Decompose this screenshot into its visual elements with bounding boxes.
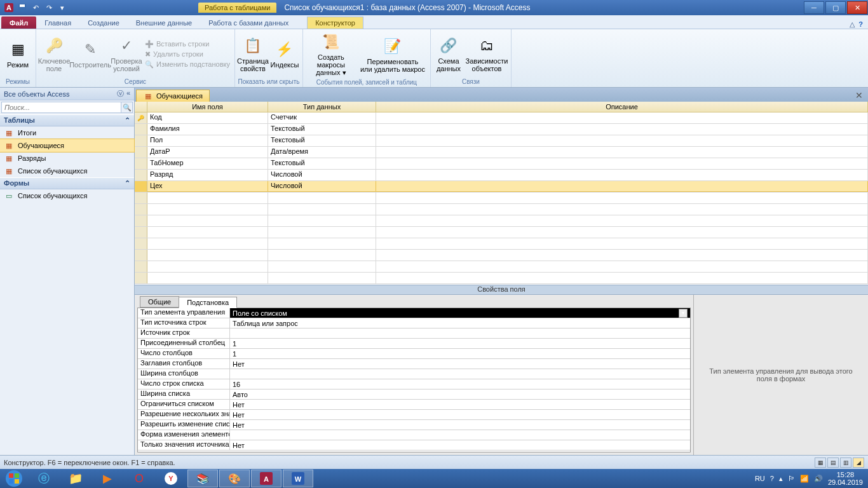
design-view-button[interactable]: ◢: [853, 458, 864, 468]
table-row[interactable]: [135, 215, 868, 227]
close-button[interactable]: ✕: [847, 1, 867, 14]
relationships-button[interactable]: 🔗 Схема данных: [433, 34, 464, 74]
tab-design[interactable]: Конструктор: [307, 17, 363, 29]
nav-item-form[interactable]: ▭Список обучающихся: [0, 189, 134, 202]
cell-field-name[interactable]: ТабНомер: [147, 158, 268, 169]
property-value[interactable]: 16: [230, 379, 690, 389]
table-row[interactable]: [135, 204, 868, 215]
row-selector[interactable]: [135, 170, 147, 180]
document-tab[interactable]: ▦ Обучающиеся: [136, 90, 210, 102]
action-center-icon[interactable]: 🏳: [788, 475, 795, 482]
tab-general[interactable]: Общие: [140, 296, 179, 308]
cell-field-name[interactable]: ДатаР: [147, 147, 268, 158]
object-dependencies-button[interactable]: 🗂 Зависимости объектов: [465, 34, 508, 74]
property-sheet-button[interactable]: 📋 Страница свойств: [238, 34, 268, 74]
cell-data-type[interactable]: Текстовый: [268, 135, 376, 146]
row-selector[interactable]: [135, 193, 147, 203]
rename-delete-macro-button[interactable]: 📝 Переименовать или удалить макрос: [358, 35, 428, 74]
row-selector[interactable]: [135, 227, 147, 238]
table-row[interactable]: [135, 227, 868, 238]
row-selector[interactable]: [135, 238, 147, 249]
pivot-table-view-button[interactable]: ▤: [827, 458, 839, 468]
volume-icon[interactable]: 🔊: [814, 475, 823, 483]
maximize-button[interactable]: ▢: [825, 1, 846, 14]
help-tray-icon[interactable]: ?: [770, 475, 774, 482]
taskbar-paint[interactable]: 🎨: [219, 470, 250, 487]
property-value[interactable]: [230, 329, 690, 338]
row-selector[interactable]: [135, 215, 147, 226]
property-row[interactable]: Тип источника строкТаблица или запрос: [138, 318, 690, 329]
row-selector[interactable]: 🔑: [135, 112, 147, 123]
table-row[interactable]: [135, 238, 868, 250]
search-input[interactable]: [1, 102, 121, 113]
nav-category-tables[interactable]: Таблицы⌃: [0, 114, 134, 126]
taskbar-opera[interactable]: O: [124, 470, 154, 487]
property-row[interactable]: Ширина спискаАвто: [138, 390, 690, 400]
nav-category-forms[interactable]: Формы⌃: [0, 177, 134, 189]
property-grid[interactable]: Тип элемента управленияПоле со списком▾Т…: [137, 308, 691, 452]
property-row[interactable]: Разрешить изменение списка значенийНет: [138, 420, 690, 430]
nav-item-table[interactable]: ▦Обучающиеся: [0, 139, 134, 152]
table-row[interactable]: [135, 261, 868, 273]
search-icon[interactable]: 🔍: [121, 102, 133, 113]
property-row[interactable]: Ширина столбцов: [138, 369, 690, 379]
minimize-button[interactable]: ─: [804, 1, 824, 14]
table-row[interactable]: [135, 273, 868, 284]
cell-description[interactable]: [376, 181, 868, 192]
property-value[interactable]: Нет: [230, 440, 690, 450]
property-row[interactable]: Форма изменения элементов списка: [138, 430, 690, 440]
taskbar-yandex[interactable]: Y: [156, 470, 186, 487]
property-value[interactable]: [230, 430, 690, 440]
table-design-grid[interactable]: Имя поля Тип данных Описание 🔑КодСчетчик…: [135, 102, 868, 285]
table-row[interactable]: ДатаРДата/время: [135, 147, 868, 158]
cell-field-name[interactable]: Пол: [147, 135, 268, 146]
help-icon[interactable]: ?: [858, 20, 863, 29]
cell-field-name[interactable]: Фамилия: [147, 124, 268, 135]
taskbar-word[interactable]: W: [283, 470, 313, 487]
cell-description[interactable]: [376, 112, 868, 123]
dropdown-icon[interactable]: ▾: [679, 309, 688, 318]
property-row[interactable]: Источник строк: [138, 329, 690, 339]
property-row[interactable]: Тип элемента управленияПоле со списком▾: [138, 308, 690, 318]
table-row[interactable]: [135, 250, 868, 261]
taskbar-winrar[interactable]: 📚: [187, 470, 218, 487]
property-value[interactable]: Нет: [230, 420, 690, 430]
table-row[interactable]: ПолТекстовый: [135, 135, 868, 147]
tab-database-tools[interactable]: Работа с базами данных: [200, 17, 297, 29]
property-row[interactable]: Разрешение нескольких значенийНет: [138, 410, 690, 420]
row-selector[interactable]: [135, 261, 147, 272]
datasheet-view-button[interactable]: ▦: [815, 458, 826, 468]
cell-description[interactable]: [376, 147, 868, 158]
property-value[interactable]: 1: [230, 339, 690, 348]
cell-description[interactable]: [376, 158, 868, 169]
tab-external-data[interactable]: Внешние данные: [128, 17, 200, 29]
row-selector[interactable]: [135, 181, 147, 192]
cell-field-name[interactable]: Разряд: [147, 170, 268, 180]
network-icon[interactable]: 📶: [800, 475, 809, 483]
property-row[interactable]: Число столбцов1: [138, 349, 690, 359]
save-icon[interactable]: [16, 2, 29, 13]
nav-header[interactable]: Все объекты Access ⓥ«: [0, 88, 134, 100]
taskbar-media[interactable]: ▶: [92, 470, 123, 487]
property-value[interactable]: Поле со списком▾: [230, 308, 690, 318]
table-row[interactable]: ТабНомерТекстовый: [135, 158, 868, 170]
row-selector[interactable]: [135, 250, 147, 261]
ribbon-minimize-icon[interactable]: △: [850, 20, 855, 29]
create-data-macros-button[interactable]: 📜 Создать макросы данных ▾: [306, 30, 356, 78]
undo-icon[interactable]: ↶: [29, 2, 42, 13]
tab-create[interactable]: Создание: [79, 17, 128, 29]
nav-item-table[interactable]: ▦Итоги: [0, 126, 134, 139]
row-selector[interactable]: [135, 147, 147, 158]
cell-data-type[interactable]: Числовой: [268, 170, 376, 180]
cell-description[interactable]: [376, 135, 868, 146]
property-value[interactable]: 1: [230, 349, 690, 358]
tab-lookup[interactable]: Подстановка: [179, 297, 237, 308]
property-value[interactable]: Нет: [230, 410, 690, 419]
property-row[interactable]: Число строк списка16: [138, 379, 690, 390]
column-field-name[interactable]: Имя поля: [147, 102, 268, 112]
cell-data-type[interactable]: Текстовый: [268, 124, 376, 135]
table-row[interactable]: [135, 193, 868, 204]
nav-dropdown-icon[interactable]: ⓥ: [117, 89, 124, 98]
nav-item-table[interactable]: ▦Список обучающихся: [0, 165, 134, 177]
table-row[interactable]: 🔑КодСчетчик: [135, 112, 868, 124]
